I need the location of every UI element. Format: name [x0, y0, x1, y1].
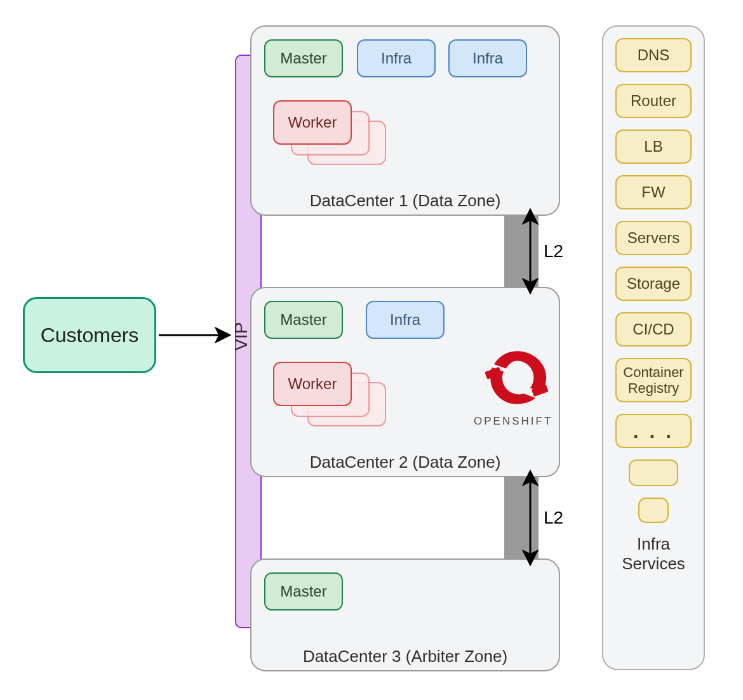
svc-registry: Container Registry	[615, 358, 692, 402]
customers-label: Customers	[41, 324, 139, 347]
dc2-master-node: Master	[264, 301, 343, 339]
customers-node: Customers	[23, 297, 156, 373]
dc1-infra2-label: Infra	[472, 50, 503, 67]
dc1-worker-node: Worker	[273, 100, 352, 145]
svc-storage-label: Storage	[627, 275, 680, 293]
svc-dns: DNS	[615, 38, 692, 72]
dc1-infra-node-2: Infra	[448, 39, 527, 77]
datacenter-2-caption: DataCenter 2 (Data Zone)	[251, 452, 559, 472]
services-caption: Infra Services	[612, 534, 695, 574]
svc-cicd: CI/CD	[615, 312, 692, 347]
l2-label-upper: L2	[544, 241, 563, 261]
dc2-worker-label: Worker	[288, 375, 337, 393]
svc-router: Router	[615, 84, 692, 118]
dc1-infra-node-1: Infra	[357, 39, 436, 77]
svc-router-label: Router	[631, 92, 676, 110]
l2-label-lower: L2	[544, 508, 563, 528]
svc-servers: Servers	[615, 221, 692, 255]
svc-dns-label: DNS	[638, 46, 670, 64]
svc-fw: FW	[615, 175, 692, 209]
dc1-infra1-label: Infra	[381, 50, 412, 67]
dc2-master-label: Master	[280, 311, 326, 329]
dc2-worker-node: Worker	[273, 362, 352, 406]
datacenter-1-caption: DataCenter 1 (Data Zone)	[251, 191, 559, 211]
svc-servers-label: Servers	[627, 229, 680, 247]
svc-small-2	[638, 498, 669, 523]
dc3-master-node: Master	[264, 572, 343, 611]
infra-services-panel: DNS Router LB FW Servers Storage CI/CD C…	[602, 25, 705, 670]
dc1-master-node: Master	[264, 39, 343, 77]
svc-lb: LB	[615, 129, 692, 164]
svc-ellipsis: . . .	[615, 414, 692, 448]
datacenter-3-caption: DataCenter 3 (Arbiter Zone)	[251, 647, 559, 666]
openshift-icon	[482, 343, 552, 413]
svc-small-1	[629, 459, 678, 486]
svc-lb-label: LB	[644, 138, 662, 155]
dc2-infra-node: Infra	[366, 301, 445, 339]
svc-cicd-label: CI/CD	[633, 320, 674, 338]
dc1-worker-label: Worker	[288, 114, 337, 131]
diagram-canvas: Customers VIP DataCenter 1 (Data Zone) M…	[0, 0, 743, 700]
dc2-infra-label: Infra	[390, 311, 420, 329]
svc-storage: Storage	[615, 267, 692, 301]
svc-registry-label: Container Registry	[617, 364, 690, 397]
dc1-master-label: Master	[280, 50, 326, 67]
vip-label-text: VIP	[231, 322, 251, 350]
svc-ellipsis-label: . . .	[633, 419, 674, 443]
dc3-master-label: Master	[280, 583, 326, 600]
openshift-label: OPENSHIFT	[474, 415, 552, 428]
svc-fw-label: FW	[641, 183, 665, 201]
